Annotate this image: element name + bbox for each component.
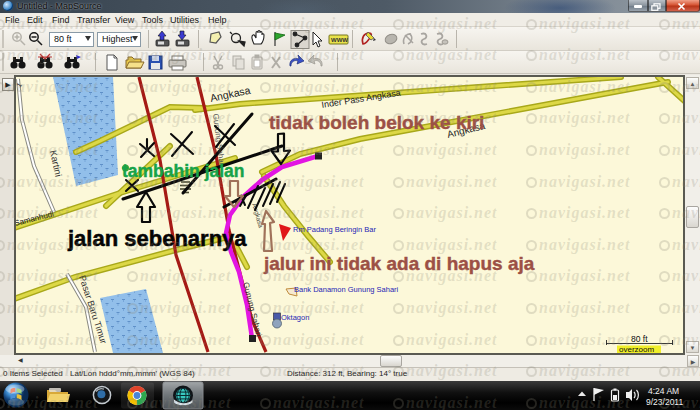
svg-text:Rm Padang Beringin Bar: Rm Padang Beringin Bar xyxy=(293,225,376,234)
svg-text:WWW: WWW xyxy=(331,37,348,43)
svg-text:overzoom: overzoom xyxy=(619,345,654,353)
svg-text:tambahin jalan: tambahin jalan xyxy=(122,161,245,181)
svg-text:tidak boleh belok ke kiri: tidak boleh belok ke kiri xyxy=(269,112,484,133)
svg-text:Bank Danamon Gunung Sahari: Bank Danamon Gunung Sahari xyxy=(294,285,399,294)
svg-text:Oktagon: Oktagon xyxy=(281,313,309,322)
svg-text:80 ft: 80 ft xyxy=(631,334,648,344)
svg-text:jalur ini tidak ada di hapus a: jalur ini tidak ada di hapus aja xyxy=(263,253,535,274)
svg-text:jalan sebenarnya: jalan sebenarnya xyxy=(67,226,247,251)
